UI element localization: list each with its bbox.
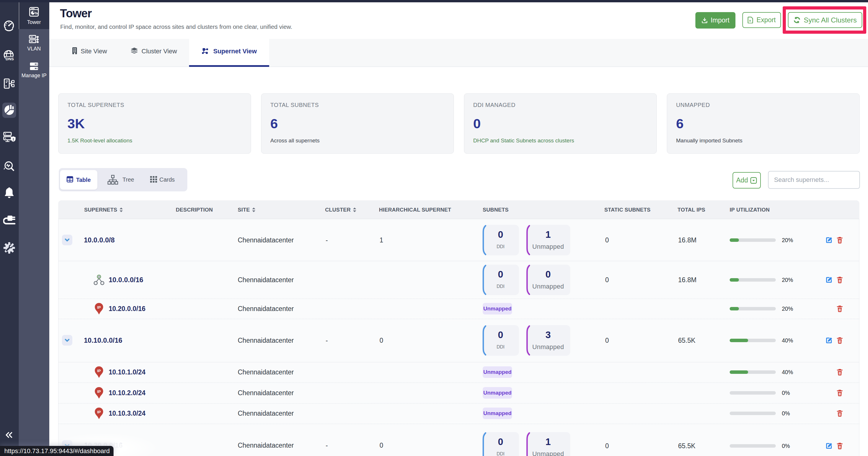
svg-text:IP: IP (97, 410, 101, 414)
svg-text:IP: IP (97, 389, 101, 394)
svg-text:IP: IP (97, 369, 101, 373)
svg-text:IP: IP (97, 305, 101, 310)
svg-text:x: x (749, 19, 751, 22)
svg-text:DNS: DNS (6, 57, 14, 61)
